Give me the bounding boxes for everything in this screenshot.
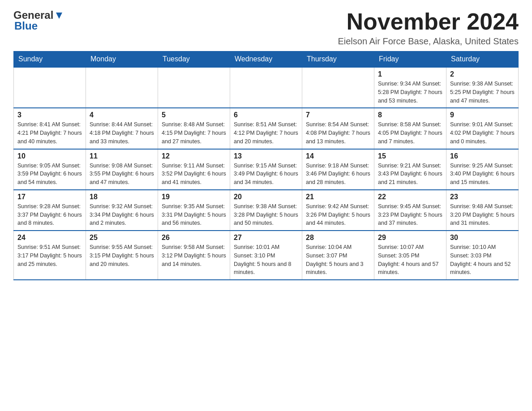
header-saturday: Saturday <box>446 51 519 68</box>
header-tuesday: Tuesday <box>158 51 230 68</box>
day-info: Sunrise: 9:42 AM Sunset: 3:26 PM Dayligh… <box>306 202 370 227</box>
header-monday: Monday <box>86 51 158 68</box>
day-info: Sunrise: 8:58 AM Sunset: 4:05 PM Dayligh… <box>378 120 442 146</box>
table-row: 30Sunrise: 10:10 AM Sunset: 3:03 PM Dayl… <box>446 231 519 280</box>
day-info: Sunrise: 9:21 AM Sunset: 3:43 PM Dayligh… <box>378 162 442 187</box>
table-row <box>158 67 230 108</box>
page-title: November 2024 <box>338 9 519 34</box>
table-row: 11Sunrise: 9:08 AM Sunset: 3:55 PM Dayli… <box>86 149 158 190</box>
day-number: 21 <box>306 193 370 201</box>
header: General Blue November 2024 Eielson Air F… <box>13 9 519 47</box>
table-row: 3Sunrise: 8:41 AM Sunset: 4:21 PM Daylig… <box>14 108 86 149</box>
day-info: Sunrise: 8:54 AM Sunset: 4:08 PM Dayligh… <box>306 120 370 146</box>
table-row <box>86 67 158 108</box>
table-row <box>230 67 302 108</box>
table-row <box>302 67 374 108</box>
table-row: 14Sunrise: 9:18 AM Sunset: 3:46 PM Dayli… <box>302 149 374 190</box>
day-info: Sunrise: 8:44 AM Sunset: 4:18 PM Dayligh… <box>90 120 154 146</box>
day-info: Sunrise: 10:04 AM Sunset: 3:07 PM Daylig… <box>306 243 370 277</box>
day-info: Sunrise: 9:58 AM Sunset: 3:12 PM Dayligh… <box>162 243 226 268</box>
day-info: Sunrise: 9:51 AM Sunset: 3:17 PM Dayligh… <box>17 243 82 268</box>
day-info: Sunrise: 8:51 AM Sunset: 4:12 PM Dayligh… <box>234 120 298 146</box>
calendar-table: Sunday Monday Tuesday Wednesday Thursday… <box>13 51 519 280</box>
day-info: Sunrise: 8:48 AM Sunset: 4:15 PM Dayligh… <box>162 120 226 146</box>
day-info: Sunrise: 9:11 AM Sunset: 3:52 PM Dayligh… <box>162 162 226 187</box>
table-row: 16Sunrise: 9:25 AM Sunset: 3:40 PM Dayli… <box>446 149 519 190</box>
svg-marker-0 <box>56 13 62 19</box>
day-number: 18 <box>90 193 154 201</box>
day-number: 2 <box>450 70 515 78</box>
day-info: Sunrise: 9:01 AM Sunset: 4:02 PM Dayligh… <box>450 120 515 146</box>
day-number: 9 <box>450 111 515 119</box>
table-row: 6Sunrise: 8:51 AM Sunset: 4:12 PM Daylig… <box>230 108 302 149</box>
day-info: Sunrise: 9:34 AM Sunset: 5:28 PM Dayligh… <box>378 80 442 105</box>
table-row: 23Sunrise: 9:48 AM Sunset: 3:20 PM Dayli… <box>446 190 519 231</box>
logo: General Blue <box>13 9 64 32</box>
table-row: 24Sunrise: 9:51 AM Sunset: 3:17 PM Dayli… <box>14 231 86 280</box>
table-row: 7Sunrise: 8:54 AM Sunset: 4:08 PM Daylig… <box>302 108 374 149</box>
calendar-week-row: 17Sunrise: 9:28 AM Sunset: 3:37 PM Dayli… <box>14 190 519 231</box>
day-number: 25 <box>90 234 154 242</box>
header-friday: Friday <box>374 51 446 68</box>
day-number: 7 <box>306 111 370 119</box>
day-info: Sunrise: 9:38 AM Sunset: 3:28 PM Dayligh… <box>234 202 298 227</box>
table-row: 18Sunrise: 9:32 AM Sunset: 3:34 PM Dayli… <box>86 190 158 231</box>
day-number: 3 <box>17 111 82 119</box>
day-info: Sunrise: 9:08 AM Sunset: 3:55 PM Dayligh… <box>90 162 154 187</box>
header-sunday: Sunday <box>14 51 86 68</box>
day-number: 12 <box>162 152 226 160</box>
day-info: Sunrise: 9:35 AM Sunset: 3:31 PM Dayligh… <box>162 202 226 227</box>
day-number: 6 <box>234 111 298 119</box>
table-row: 15Sunrise: 9:21 AM Sunset: 3:43 PM Dayli… <box>374 149 446 190</box>
table-row: 12Sunrise: 9:11 AM Sunset: 3:52 PM Dayli… <box>158 149 230 190</box>
table-row: 22Sunrise: 9:45 AM Sunset: 3:23 PM Dayli… <box>374 190 446 231</box>
day-info: Sunrise: 9:28 AM Sunset: 3:37 PM Dayligh… <box>17 202 82 227</box>
day-info: Sunrise: 10:07 AM Sunset: 3:05 PM Daylig… <box>378 243 442 277</box>
day-number: 27 <box>234 234 298 242</box>
day-number: 22 <box>378 193 442 201</box>
day-number: 8 <box>378 111 442 119</box>
table-row: 26Sunrise: 9:58 AM Sunset: 3:12 PM Dayli… <box>158 231 230 280</box>
day-number: 26 <box>162 234 226 242</box>
day-number: 11 <box>90 152 154 160</box>
table-row: 21Sunrise: 9:42 AM Sunset: 3:26 PM Dayli… <box>302 190 374 231</box>
table-row: 29Sunrise: 10:07 AM Sunset: 3:05 PM Dayl… <box>374 231 446 280</box>
day-number: 29 <box>378 234 442 242</box>
day-number: 17 <box>17 193 82 201</box>
day-number: 13 <box>234 152 298 160</box>
table-row: 2Sunrise: 9:38 AM Sunset: 5:25 PM Daylig… <box>446 67 519 108</box>
day-number: 10 <box>17 152 82 160</box>
day-number: 5 <box>162 111 226 119</box>
day-info: Sunrise: 10:10 AM Sunset: 3:03 PM Daylig… <box>450 243 515 277</box>
table-row: 9Sunrise: 9:01 AM Sunset: 4:02 PM Daylig… <box>446 108 519 149</box>
day-info: Sunrise: 9:48 AM Sunset: 3:20 PM Dayligh… <box>450 202 515 227</box>
table-row <box>14 67 86 108</box>
day-info: Sunrise: 9:32 AM Sunset: 3:34 PM Dayligh… <box>90 202 154 227</box>
day-number: 20 <box>234 193 298 201</box>
day-info: Sunrise: 9:55 AM Sunset: 3:15 PM Dayligh… <box>90 243 154 268</box>
header-thursday: Thursday <box>302 51 374 68</box>
table-row: 4Sunrise: 8:44 AM Sunset: 4:18 PM Daylig… <box>86 108 158 149</box>
day-info: Sunrise: 9:25 AM Sunset: 3:40 PM Dayligh… <box>450 162 515 187</box>
day-number: 16 <box>450 152 515 160</box>
logo-triangle-icon <box>54 11 64 21</box>
calendar-week-row: 10Sunrise: 9:05 AM Sunset: 3:59 PM Dayli… <box>14 149 519 190</box>
table-row: 1Sunrise: 9:34 AM Sunset: 5:28 PM Daylig… <box>374 67 446 108</box>
day-number: 1 <box>378 70 442 78</box>
table-row: 27Sunrise: 10:01 AM Sunset: 3:10 PM Dayl… <box>230 231 302 280</box>
table-row: 13Sunrise: 9:15 AM Sunset: 3:49 PM Dayli… <box>230 149 302 190</box>
day-number: 15 <box>378 152 442 160</box>
table-row: 5Sunrise: 8:48 AM Sunset: 4:15 PM Daylig… <box>158 108 230 149</box>
table-row: 17Sunrise: 9:28 AM Sunset: 3:37 PM Dayli… <box>14 190 86 231</box>
header-wednesday: Wednesday <box>230 51 302 68</box>
day-number: 23 <box>450 193 515 201</box>
day-number: 30 <box>450 234 515 242</box>
calendar-week-row: 1Sunrise: 9:34 AM Sunset: 5:28 PM Daylig… <box>14 67 519 108</box>
day-info: Sunrise: 10:01 AM Sunset: 3:10 PM Daylig… <box>234 243 298 277</box>
day-number: 14 <box>306 152 370 160</box>
table-row: 8Sunrise: 8:58 AM Sunset: 4:05 PM Daylig… <box>374 108 446 149</box>
day-number: 28 <box>306 234 370 242</box>
calendar-week-row: 3Sunrise: 8:41 AM Sunset: 4:21 PM Daylig… <box>14 108 519 149</box>
logo-blue-text: Blue <box>14 20 38 32</box>
day-info: Sunrise: 9:38 AM Sunset: 5:25 PM Dayligh… <box>450 80 515 105</box>
